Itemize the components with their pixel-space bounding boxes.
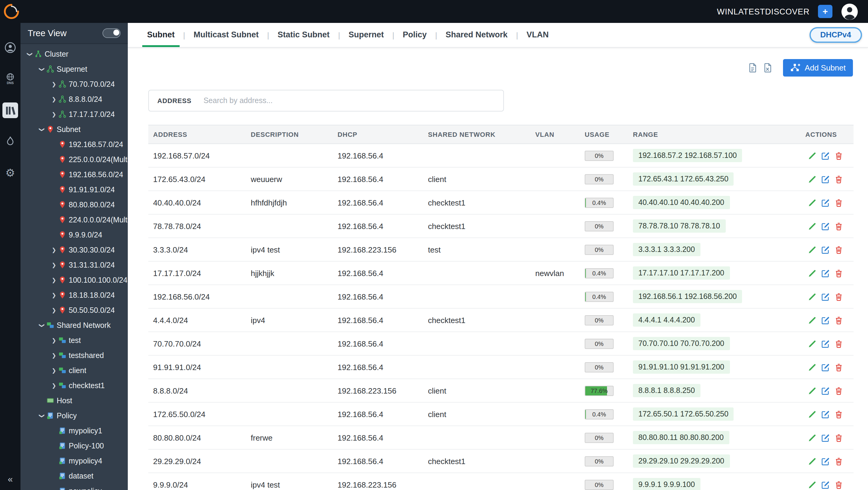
tree-item-subnet[interactable]: ❯Subnet bbox=[21, 122, 128, 137]
add-button[interactable]: + bbox=[818, 5, 832, 18]
edit-icon[interactable] bbox=[818, 386, 832, 395]
scan-pen-icon[interactable] bbox=[805, 433, 818, 442]
tree-item-30-30-30-0-24[interactable]: ❯30.30.30.0/24 bbox=[21, 242, 128, 257]
table-row[interactable]: 40.40.40.0/24hfhfdhjfdjh192.168.56.4chec… bbox=[148, 191, 854, 214]
scan-pen-icon[interactable] bbox=[805, 222, 818, 231]
column-header-address[interactable]: ADDRESS bbox=[148, 125, 246, 144]
tree-item-17-17-17-0-24[interactable]: ❯17.17.17.0/24 bbox=[21, 107, 128, 122]
delete-icon[interactable] bbox=[832, 386, 845, 395]
tree-item-70-70-70-0-24[interactable]: ❯70.70.70.0/24 bbox=[21, 76, 128, 92]
tree-item-192-168-56-0-24[interactable]: 192.168.56.0/24 bbox=[21, 167, 128, 182]
scan-pen-icon[interactable] bbox=[805, 269, 818, 278]
tree-item-shared-network[interactable]: ❯Shared Network bbox=[21, 318, 128, 333]
tree-item-8-8-8-0-24[interactable]: ❯8.8.8.0/24 bbox=[21, 92, 128, 107]
tree-item-host[interactable]: Host bbox=[21, 393, 128, 408]
table-row[interactable]: 192.168.57.0/24192.168.56.40%192.168.57.… bbox=[148, 144, 854, 167]
tree-item-checktest1[interactable]: ❯checktest1 bbox=[21, 378, 128, 393]
address-search[interactable]: ADDRESS bbox=[148, 90, 504, 112]
edit-icon[interactable] bbox=[818, 222, 832, 231]
tree-item-225-0-0-0-24-multicast[interactable]: 225.0.0.0/24(Multicast) bbox=[21, 152, 128, 167]
export-excel-icon[interactable] bbox=[763, 62, 772, 73]
delete-icon[interactable] bbox=[832, 245, 845, 254]
scan-pen-icon[interactable] bbox=[805, 316, 818, 325]
tree-item-policy-100[interactable]: Policy-100 bbox=[21, 438, 128, 453]
edit-icon[interactable] bbox=[818, 316, 832, 325]
tab-subnet[interactable]: Subnet bbox=[138, 23, 183, 47]
tab-multicast-subnet[interactable]: Multicast Subnet bbox=[185, 23, 267, 47]
caret-collapsed-icon[interactable]: ❯ bbox=[50, 307, 59, 313]
edit-icon[interactable] bbox=[818, 480, 832, 489]
tree-item-supernet[interactable]: ❯Supernet bbox=[21, 61, 128, 76]
column-header-usage[interactable]: USAGE bbox=[580, 125, 628, 144]
scan-pen-icon[interactable] bbox=[805, 292, 818, 301]
scan-pen-icon[interactable] bbox=[805, 386, 818, 395]
tree-item-dataset[interactable]: dataset bbox=[21, 468, 128, 483]
protocol-badge[interactable]: DHCPv4 bbox=[809, 27, 862, 43]
tree-item-testshared[interactable]: ❯testshared bbox=[21, 348, 128, 363]
scan-pen-icon[interactable] bbox=[805, 339, 818, 348]
collapse-sidebar-button[interactable]: « bbox=[0, 474, 21, 484]
scan-pen-icon[interactable] bbox=[805, 198, 818, 207]
tab-static-subnet[interactable]: Static Subnet bbox=[269, 23, 338, 47]
caret-collapsed-icon[interactable]: ❯ bbox=[50, 247, 59, 253]
table-row[interactable]: 70.70.70.0/24192.168.56.40%70.70.70.10 7… bbox=[148, 332, 854, 355]
tree-item-mypolicy4[interactable]: mypolicy4 bbox=[21, 453, 128, 468]
scan-pen-icon[interactable] bbox=[805, 457, 818, 466]
tree-item-client[interactable]: ❯client bbox=[21, 363, 128, 378]
table-row[interactable]: 17.17.17.0/24hjjkhjjk192.168.56.4newvlan… bbox=[148, 261, 854, 285]
tree-item-192-168-57-0-24[interactable]: 192.168.57.0/24 bbox=[21, 137, 128, 152]
column-header-actions[interactable]: ACTIONS bbox=[801, 125, 854, 144]
edit-icon[interactable] bbox=[818, 175, 832, 184]
caret-collapsed-icon[interactable]: ❯ bbox=[50, 367, 59, 373]
tab-vlan[interactable]: VLAN bbox=[518, 23, 557, 47]
add-subnet-button[interactable]: Add Subnet bbox=[783, 59, 853, 76]
delete-icon[interactable] bbox=[832, 198, 845, 207]
search-input[interactable] bbox=[202, 96, 495, 105]
column-header-dhcp[interactable]: DHCP bbox=[333, 125, 423, 144]
delete-icon[interactable] bbox=[832, 222, 845, 231]
table-row[interactable]: 80.80.80.0/24frerwe192.168.56.40%80.80.8… bbox=[148, 426, 854, 449]
ipam-library-icon[interactable] bbox=[2, 102, 18, 118]
caret-expanded-icon[interactable]: ❯ bbox=[39, 64, 45, 73]
tree-item-mypolicy1[interactable]: mypolicy1 bbox=[21, 423, 128, 438]
column-header-shared-network[interactable]: SHARED NETWORK bbox=[423, 125, 530, 144]
app-logo[interactable] bbox=[0, 0, 23, 23]
caret-expanded-icon[interactable]: ❯ bbox=[39, 411, 45, 420]
edit-icon[interactable] bbox=[818, 245, 832, 254]
export-pdf-icon[interactable] bbox=[748, 62, 757, 73]
edit-icon[interactable] bbox=[818, 151, 832, 160]
edit-icon[interactable] bbox=[818, 457, 832, 466]
edit-icon[interactable] bbox=[818, 269, 832, 278]
delete-icon[interactable] bbox=[832, 363, 845, 372]
caret-expanded-icon[interactable]: ❯ bbox=[39, 320, 45, 330]
edit-icon[interactable] bbox=[818, 433, 832, 442]
delete-icon[interactable] bbox=[832, 175, 845, 184]
settings-gear-icon[interactable]: ⚙ bbox=[2, 165, 18, 181]
caret-collapsed-icon[interactable]: ❯ bbox=[50, 352, 59, 358]
tree-item-31-31-31-0-24[interactable]: ❯31.31.31.0/24 bbox=[21, 257, 128, 272]
edit-icon[interactable] bbox=[818, 198, 832, 207]
tree-item-50-50-50-0-24[interactable]: ❯50.50.50.0/24 bbox=[21, 303, 128, 318]
tree-item-91-91-91-0-24[interactable]: 91.91.91.0/24 bbox=[21, 182, 128, 197]
tab-policy[interactable]: Policy bbox=[394, 23, 435, 47]
user-profile-icon[interactable] bbox=[2, 40, 18, 56]
user-avatar-icon[interactable] bbox=[841, 3, 858, 20]
tree-item-policy[interactable]: ❯Policy bbox=[21, 408, 128, 423]
table-row[interactable]: 91.91.91.0/24192.168.56.40%91.91.91.10 9… bbox=[148, 355, 854, 379]
caret-collapsed-icon[interactable]: ❯ bbox=[50, 292, 59, 298]
table-row[interactable]: 3.3.3.0/24ipv4 test192.168.223.156test0%… bbox=[148, 238, 854, 261]
caret-collapsed-icon[interactable]: ❯ bbox=[50, 96, 59, 102]
caret-collapsed-icon[interactable]: ❯ bbox=[50, 277, 59, 283]
caret-collapsed-icon[interactable]: ❯ bbox=[50, 81, 59, 87]
tree-item-test[interactable]: ❯test bbox=[21, 333, 128, 348]
caret-expanded-icon[interactable]: ❯ bbox=[27, 50, 33, 58]
column-header-range[interactable]: RANGE bbox=[628, 125, 801, 144]
caret-collapsed-icon[interactable]: ❯ bbox=[50, 111, 59, 117]
column-header-description[interactable]: DESCRIPTION bbox=[246, 125, 333, 144]
table-row[interactable]: 8.8.8.0/24192.168.223.156client77.6%8.8.… bbox=[148, 379, 854, 402]
delete-icon[interactable] bbox=[832, 316, 845, 325]
delete-icon[interactable] bbox=[832, 151, 845, 160]
caret-collapsed-icon[interactable]: ❯ bbox=[50, 382, 59, 389]
delete-icon[interactable] bbox=[832, 410, 845, 419]
tab-supernet[interactable]: Supernet bbox=[340, 23, 392, 47]
